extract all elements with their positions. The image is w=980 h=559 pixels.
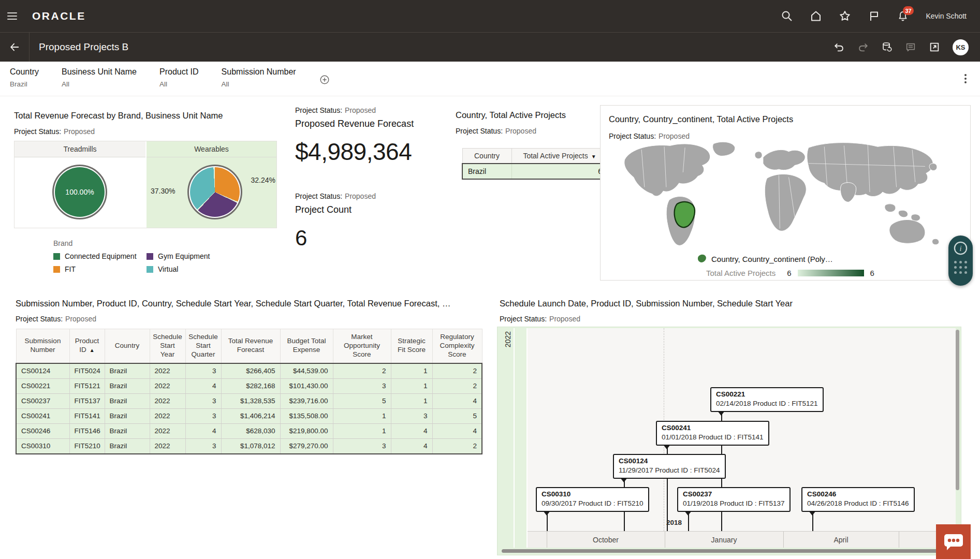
- table-cell[interactable]: 1: [391, 393, 432, 408]
- favorites-star-icon[interactable]: [839, 10, 851, 22]
- table-cell[interactable]: 2022: [150, 363, 185, 379]
- legend-item[interactable]: Connected Equipment: [53, 252, 147, 260]
- table-cell[interactable]: 4: [432, 393, 482, 408]
- column-header-regulatory-complexity-score[interactable]: Regulatory Complexity Score: [432, 329, 482, 363]
- table-cell[interactable]: FIT5141: [69, 408, 105, 423]
- open-in-window-icon[interactable]: [929, 41, 940, 53]
- table-cell[interactable]: $1,328,535: [221, 393, 280, 408]
- table-cell[interactable]: CS00246: [16, 423, 69, 438]
- column-header-schedule-start-year[interactable]: Schedule Start Year: [150, 329, 185, 363]
- world-map[interactable]: [611, 138, 957, 247]
- table-cell[interactable]: 3: [391, 408, 432, 423]
- table-cell[interactable]: 2022: [150, 378, 185, 393]
- table-cell[interactable]: CS00310: [16, 438, 69, 454]
- map-layer-legend[interactable]: Country, Country_continent (Poly…: [697, 254, 833, 264]
- table-cell[interactable]: 1: [333, 423, 391, 438]
- table-cell[interactable]: $219,800.00: [280, 423, 333, 438]
- table-cell[interactable]: $1,406,214: [221, 408, 280, 423]
- table-cell[interactable]: 3: [185, 438, 221, 454]
- table-cell[interactable]: Brazil: [105, 378, 150, 393]
- table-cell[interactable]: $239,716.00: [280, 393, 333, 408]
- canvas-menu-kebab-icon[interactable]: [964, 74, 967, 83]
- table-cell[interactable]: FIT5146: [69, 423, 105, 438]
- map-tools-pill[interactable]: i: [948, 236, 973, 286]
- table-cell[interactable]: 3: [185, 363, 221, 379]
- table-cell[interactable]: CS00124: [16, 363, 69, 379]
- add-filter-plus-icon[interactable]: [319, 74, 330, 85]
- undo-button[interactable]: [833, 41, 845, 53]
- table-cell[interactable]: Brazil: [105, 393, 150, 408]
- table-cell[interactable]: $279,270.00: [280, 438, 333, 454]
- table-cell[interactable]: 2: [432, 363, 482, 379]
- table-cell[interactable]: CS00221: [16, 378, 69, 393]
- table-cell[interactable]: 2: [333, 363, 391, 379]
- table-cell[interactable]: 4: [185, 423, 221, 438]
- timeline-callout-cs00246[interactable]: CS00246 04/26/2018 Product ID : FIT5146: [801, 487, 915, 512]
- comments-icon[interactable]: [905, 41, 916, 53]
- column-header-country[interactable]: Country: [105, 329, 150, 363]
- table-cell[interactable]: 1: [391, 363, 432, 379]
- column-header-budget-total-expense[interactable]: Budget Total Expense: [280, 329, 333, 363]
- table-row[interactable]: CS00246FIT5146Brazil20224$628,030$219,80…: [16, 423, 482, 438]
- table-cell[interactable]: $266,405: [221, 363, 280, 379]
- pie-chart-wearables[interactable]: [187, 165, 242, 219]
- legend-item[interactable]: Virtual: [147, 265, 283, 273]
- column-header-submission-number[interactable]: Submission Number: [16, 329, 69, 363]
- timeline-callout-cs00310[interactable]: CS00310 09/30/2017 Product ID : FIT5210: [536, 487, 649, 512]
- timeline-plot-area[interactable]: CS00221 02/14/2018 Product ID : FIT5121 …: [528, 328, 956, 548]
- table-cell[interactable]: Brazil: [105, 423, 150, 438]
- table-row[interactable]: CS00221FIT5121Brazil20224$282,168$101,43…: [16, 378, 482, 393]
- timeline-callout-cs00124[interactable]: CS00124 11/29/2017 Product ID : FIT5024: [613, 454, 726, 479]
- table-cell[interactable]: Brazil: [105, 438, 150, 454]
- table-cell[interactable]: $44,539.00: [280, 363, 333, 379]
- table-cell[interactable]: FIT5024: [69, 363, 105, 379]
- table-cell[interactable]: 2: [432, 378, 482, 393]
- table-cell[interactable]: $282,168: [221, 378, 280, 393]
- column-header-schedule-start-quarter[interactable]: Schedule Start Quarter: [185, 329, 221, 363]
- table-cell[interactable]: 4: [391, 438, 432, 454]
- table-row[interactable]: CS00237FIT5137Brazil20223$1,328,535$239,…: [16, 393, 482, 408]
- pie-chart-treadmills[interactable]: 100.00%: [52, 165, 107, 219]
- hamburger-menu-icon[interactable]: [0, 0, 24, 32]
- table-row[interactable]: CS00241FIT5141Brazil20223$1,406,214$135,…: [16, 408, 482, 423]
- filter-country[interactable]: Country Brazil: [10, 67, 39, 88]
- table-cell[interactable]: 2022: [150, 408, 185, 423]
- filter-business-unit-name[interactable]: Business Unit Name All: [62, 67, 137, 88]
- table-cell[interactable]: 3: [185, 393, 221, 408]
- table-row[interactable]: CS00310FIT5210Brazil20223$1,078,012$279,…: [16, 438, 482, 454]
- refresh-data-icon[interactable]: [881, 41, 893, 53]
- table-cell[interactable]: $1,078,012: [221, 438, 280, 454]
- redo-button[interactable]: [857, 41, 869, 53]
- filter-submission-number[interactable]: Submission Number All: [222, 67, 296, 88]
- search-icon[interactable]: [781, 10, 793, 22]
- table-cell[interactable]: $135,508.00: [280, 408, 333, 423]
- table-cell[interactable]: 5: [432, 408, 482, 423]
- table-cell[interactable]: Brazil: [105, 363, 150, 379]
- table-cell[interactable]: 5: [333, 393, 391, 408]
- table-cell[interactable]: FIT5121: [69, 378, 105, 393]
- user-name[interactable]: Kevin Schott: [926, 12, 967, 20]
- table-cell[interactable]: 4: [391, 423, 432, 438]
- table-cell[interactable]: 4: [432, 423, 482, 438]
- table-cell[interactable]: 2022: [150, 423, 185, 438]
- horizontal-scrollbar[interactable]: [502, 549, 957, 553]
- table-cell[interactable]: 3: [333, 438, 391, 454]
- chat-assistant-button[interactable]: [936, 524, 971, 559]
- info-icon[interactable]: i: [953, 241, 968, 256]
- notifications-bell-icon[interactable]: 37: [897, 10, 909, 22]
- table-cell[interactable]: 1: [391, 378, 432, 393]
- column-header-strategic-fit-score[interactable]: Strategic Fit Score: [391, 329, 432, 363]
- column-header-total-revenue-forecast[interactable]: Total Revenue Forecast: [221, 329, 280, 363]
- table-cell[interactable]: 2022: [150, 393, 185, 408]
- table-cell[interactable]: CS00241: [16, 408, 69, 423]
- table-cell[interactable]: Brazil: [462, 164, 511, 179]
- back-button[interactable]: [0, 33, 30, 62]
- table-cell[interactable]: 6: [511, 164, 608, 179]
- table-cell[interactable]: 3: [185, 408, 221, 423]
- table-cell[interactable]: 1: [333, 408, 391, 423]
- filter-product-id[interactable]: Product ID All: [159, 67, 199, 88]
- table-cell[interactable]: $101,430.00: [280, 378, 333, 393]
- table-row[interactable]: Brazil 6: [462, 164, 608, 179]
- timeline-callout-cs00237[interactable]: CS00237 01/19/2018 Product ID : FIT5137: [677, 487, 791, 512]
- grid-dots-icon[interactable]: [954, 261, 968, 274]
